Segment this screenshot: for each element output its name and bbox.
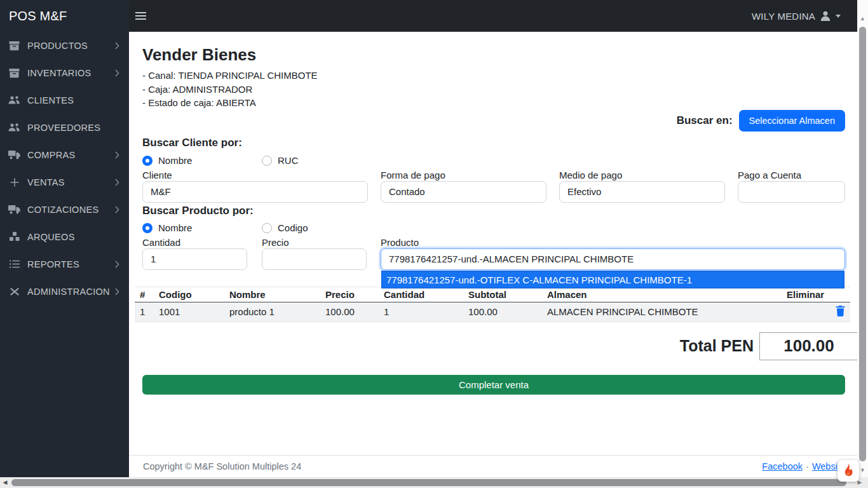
forma-de-pago-field: Forma de pago (381, 169, 546, 203)
users-icon (8, 95, 20, 105)
boxes-icon (8, 232, 20, 241)
menu-toggle-button[interactable] (134, 10, 149, 22)
producto-label: Producto (381, 236, 845, 248)
radio-unchecked-icon[interactable] (262, 156, 272, 166)
sidebar-item-productos[interactable]: PRODUCTOS (0, 32, 129, 59)
page-title: Vender Bienes (142, 46, 845, 64)
cantidad-label: Cantidad (142, 236, 247, 248)
truck-icon (8, 150, 20, 159)
main-content: Vender Bienes - Canal: TIENDA PRINCIPAL … (129, 32, 857, 477)
radio-client-nombre[interactable]: Nombre (142, 155, 262, 166)
product-suggestion-option[interactable]: 7798176421257-und.-OTIFLEX C-ALMACEN PRI… (381, 271, 844, 288)
precio-input[interactable] (262, 248, 367, 270)
total-amount: 100.00 (759, 332, 858, 360)
radio-unchecked-icon[interactable] (262, 223, 272, 233)
sidebar-item-arqueos[interactable]: ARQUEOS (0, 223, 129, 250)
sidebar: POS M&F PRODUCTOS INVENTARIOS CLIENTES P… (0, 0, 129, 477)
cell-subtotal: 100.00 (463, 302, 542, 322)
cliente-input[interactable] (142, 181, 368, 203)
select-warehouse-button[interactable]: Seleccionar Almacen (739, 110, 845, 132)
sidebar-item-label: COTIZACIONES (27, 205, 98, 215)
cell-nombre: producto 1 (224, 302, 320, 322)
scroll-left-arrow-icon[interactable]: ◀ (1, 477, 10, 488)
chevron-right-icon (115, 69, 119, 77)
cell-num: 1 (135, 302, 154, 322)
horizontal-scrollbar-thumb[interactable] (11, 479, 846, 486)
cliente-field: Cliente (142, 169, 368, 203)
footer: Copyright © M&F Solution Multiples 24 Fa… (129, 455, 857, 477)
col-codigo: Codigo (154, 287, 224, 302)
col-precio: Precio (320, 287, 379, 302)
cell-eliminar (782, 302, 850, 322)
forma-de-pago-label: Forma de pago (381, 169, 546, 181)
col-almacen: Almacen (542, 287, 782, 302)
medio-de-pago-label: Medio de pago (559, 169, 725, 181)
tools-icon (8, 287, 20, 296)
cantidad-field: Cantidad (142, 236, 247, 270)
horizontal-scrollbar[interactable]: ◀ ▶ (0, 477, 868, 488)
info-estado-caja: - Estado de caja: ABIERTA (142, 96, 845, 110)
chevron-down-icon (836, 15, 841, 18)
chevron-right-icon (115, 261, 119, 268)
facebook-link[interactable]: Facebook (762, 461, 803, 471)
col-cantidad: Cantidad (379, 287, 463, 302)
cantidad-input[interactable] (142, 248, 247, 270)
sidebar-item-label: ADMINISTRACION (27, 287, 110, 297)
session-info: - Canal: TIENDA PRINCIPAL CHIMBOTE - Caj… (142, 69, 845, 110)
sidebar-item-administracion[interactable]: ADMINISTRACION (0, 278, 129, 305)
producto-input[interactable] (381, 248, 845, 270)
forma-de-pago-input[interactable] (381, 181, 546, 203)
precio-field: Precio (262, 236, 367, 270)
person-icon (820, 10, 831, 22)
sidebar-item-ventas[interactable]: VENTAS (0, 168, 129, 196)
radio-product-codigo[interactable]: Codigo (262, 222, 308, 233)
cell-precio: 100.00 (320, 302, 379, 322)
chevron-right-icon (115, 42, 119, 50)
pago-a-cuenta-input[interactable] (738, 181, 845, 203)
pago-a-cuenta-field: Pago a Cuenta (738, 169, 845, 203)
app-window: POS M&F PRODUCTOS INVENTARIOS CLIENTES P… (0, 0, 868, 488)
pago-a-cuenta-label: Pago a Cuenta (738, 169, 845, 181)
radio-product-nombre[interactable]: Nombre (142, 222, 262, 233)
radio-client-ruc[interactable]: RUC (262, 155, 299, 166)
radio-label: Nombre (158, 222, 192, 233)
radio-label: Nombre (158, 155, 192, 166)
col-num: # (135, 287, 154, 302)
brand-logo[interactable]: POS M&F (0, 0, 129, 32)
chevron-right-icon (115, 288, 119, 295)
user-menu[interactable]: WILY MEDINA (752, 10, 841, 22)
col-subtotal: Subtotal (463, 287, 542, 302)
scroll-up-arrow-icon[interactable]: ▲ (857, 15, 868, 22)
sidebar-item-label: COMPRAS (27, 150, 75, 160)
total-label: Total PEN (680, 337, 754, 355)
plus-icon (8, 178, 20, 187)
sidebar-item-inventarios[interactable]: INVENTARIOS (0, 59, 129, 86)
total-row: Total PEN 100.00 (142, 332, 858, 360)
radio-label: RUC (278, 155, 299, 166)
devtools-flame-button[interactable] (837, 460, 859, 482)
cell-codigo: 1001 (154, 302, 224, 322)
vertical-scrollbar[interactable]: ▲ ▼ (857, 0, 868, 477)
medio-de-pago-field: Medio de pago (559, 169, 725, 203)
sidebar-item-clientes[interactable]: CLIENTES (0, 86, 129, 114)
list-icon (8, 260, 20, 268)
topbar: WILY MEDINA (129, 0, 857, 32)
radio-checked-icon[interactable] (142, 223, 153, 233)
sidebar-item-cotizaciones[interactable]: COTIZACIONES (0, 196, 129, 223)
delete-row-button[interactable] (836, 306, 845, 316)
sidebar-item-proveedores[interactable]: PROVEEDORES (0, 114, 129, 141)
cart-table: # Codigo Nombre Precio Cantidad Subtotal… (135, 287, 850, 322)
info-caja: - Caja: ADMINISTRADOR (142, 83, 845, 97)
complete-sale-button[interactable]: Completar venta (142, 375, 845, 395)
col-eliminar: Eliminar (782, 287, 850, 302)
sidebar-item-label: REPORTES (27, 259, 79, 269)
link-separator: · (806, 461, 809, 471)
table-row: 1 1001 producto 1 100.00 1 100.00 ALMACE… (135, 302, 850, 322)
sidebar-item-reportes[interactable]: REPORTES (0, 250, 129, 278)
product-fields-row: Cantidad Precio Producto 7798176421257-u… (142, 236, 845, 270)
sidebar-item-compras[interactable]: COMPRAS (0, 141, 129, 168)
vertical-scrollbar-thumb[interactable] (859, 27, 866, 461)
radio-checked-icon[interactable] (142, 156, 153, 166)
medio-de-pago-input[interactable] (559, 181, 725, 203)
sidebar-menu: PRODUCTOS INVENTARIOS CLIENTES PROVEEDOR… (0, 32, 129, 305)
